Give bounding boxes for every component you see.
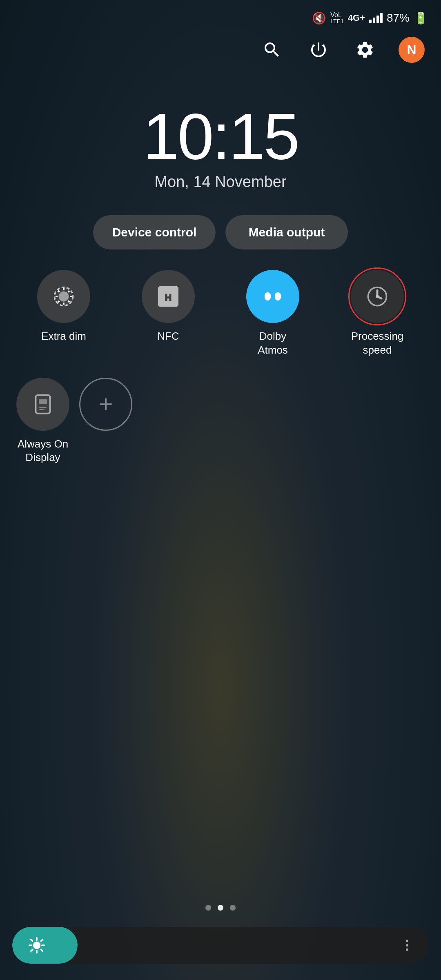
- volte-icon: VoL LTE1: [330, 12, 343, 24]
- svg-rect-7: [39, 399, 47, 404]
- always-on-display-label: Always OnDisplay: [18, 437, 68, 465]
- signal-bars: [369, 13, 383, 23]
- always-on-display-icon-bg: [16, 378, 69, 431]
- power-button[interactable]: [305, 37, 332, 63]
- dot-2: [218, 905, 223, 911]
- quick-tiles-row2: Always OnDisplay: [0, 378, 441, 465]
- battery-icon: 🔋: [414, 11, 428, 25]
- svg-rect-3: [275, 292, 281, 301]
- svg-point-8: [33, 942, 40, 949]
- quick-tiles-row1: Extra dim NFC DolbyAtmos: [0, 270, 441, 357]
- brightness-bar[interactable]: [12, 927, 429, 964]
- svg-point-5: [376, 295, 379, 298]
- svg-point-10: [406, 944, 408, 947]
- clock-time: 10:15: [143, 104, 298, 169]
- status-bar: 🔇 VoL LTE1 4G+ 87% 🔋: [0, 0, 441, 29]
- tile-extra-dim[interactable]: Extra dim: [16, 270, 111, 357]
- svg-point-9: [406, 940, 408, 942]
- add-tile-icon: [79, 378, 132, 431]
- search-button[interactable]: [259, 37, 285, 63]
- processing-speed-icon-bg: [351, 270, 404, 323]
- page-dots: [0, 905, 441, 911]
- media-output-button[interactable]: Media output: [225, 215, 348, 249]
- extra-dim-icon-bg: [37, 270, 90, 323]
- settings-button[interactable]: [352, 37, 378, 63]
- brightness-menu-icon[interactable]: [397, 935, 417, 956]
- clock-section: 10:15 Mon, 14 November: [0, 71, 441, 215]
- svg-point-0: [59, 292, 69, 302]
- battery-percentage: 87%: [387, 11, 410, 24]
- brightness-icon: [24, 933, 49, 958]
- dot-1: [205, 905, 211, 911]
- mute-icon: 🔇: [312, 11, 326, 25]
- dolby-icon-bg: [246, 270, 299, 323]
- tile-add[interactable]: [79, 378, 132, 465]
- notification-avatar[interactable]: N: [399, 37, 425, 63]
- tile-nfc[interactable]: NFC: [121, 270, 216, 357]
- device-controls: Device control Media output: [0, 215, 441, 249]
- dot-3: [230, 905, 236, 911]
- nfc-icon-bg: [142, 270, 195, 323]
- tile-dolby-atmos[interactable]: DolbyAtmos: [225, 270, 320, 357]
- processing-speed-label: Processingspeed: [351, 330, 404, 357]
- network-icon: 4G+: [348, 13, 365, 23]
- nfc-label: NFC: [157, 330, 179, 343]
- tile-always-on-display[interactable]: Always OnDisplay: [16, 378, 69, 465]
- device-control-button[interactable]: Device control: [93, 215, 216, 249]
- svg-point-11: [406, 949, 408, 951]
- dolby-atmos-label: DolbyAtmos: [258, 330, 288, 357]
- tile-processing-speed[interactable]: Processingspeed: [330, 270, 425, 357]
- quick-actions-bar: N: [0, 29, 441, 71]
- clock-date: Mon, 14 November: [154, 173, 286, 191]
- extra-dim-label: Extra dim: [41, 330, 86, 343]
- svg-rect-2: [265, 292, 271, 301]
